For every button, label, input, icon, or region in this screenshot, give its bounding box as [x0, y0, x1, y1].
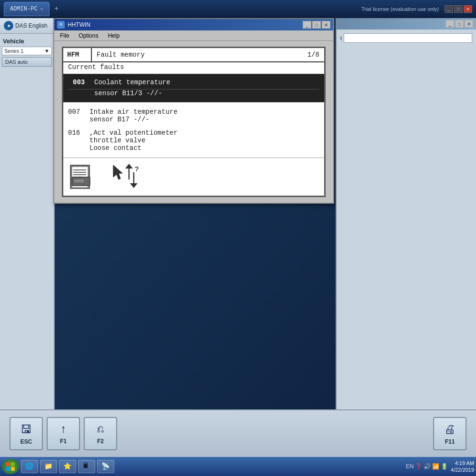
esc-label: ESC [20, 438, 32, 445]
hhtwin-maximize-button[interactable]: □ [312, 21, 321, 29]
fault-row-highlighted[interactable]: 003 Coolant temperature sensor B11/3 -//… [63, 75, 324, 102]
taskbar-time-value: 4:19 AM [451, 460, 474, 466]
das-english-label: DAS English [15, 22, 47, 29]
fault-desc-007-line1: Intake air temperature [89, 108, 178, 116]
taskbar-teamviewer[interactable]: 📡 [97, 460, 114, 473]
right-panel-close[interactable]: ✕ [465, 20, 473, 28]
minimize-button[interactable]: _ [445, 5, 453, 13]
fault-row-016[interactable]: 016 ,Act val potentiometer throttle valv… [63, 127, 324, 158]
windows-logo-icon [6, 462, 15, 471]
close-button[interactable]: ✕ [464, 5, 472, 13]
right-panel-maximize[interactable]: □ [455, 20, 464, 28]
hhtwin-window: H HHTWIN _ □ ✕ File Options Help HFM Fau… [53, 18, 334, 204]
taskbar-explorer[interactable]: 📁 [40, 460, 57, 473]
fault-desc-003-line1: Coolant temperature [94, 79, 170, 86]
fault-code-007: 007 [68, 108, 85, 116]
right-text-input[interactable] [344, 33, 472, 43]
svg-marker-10 [125, 164, 133, 169]
left-sidebar: ★ DAS English Vehicle Series 1 ▼ DAS aut… [0, 18, 55, 409]
hhtwin-title: HHTWIN [68, 21, 300, 28]
language-icon: EN [406, 463, 414, 470]
right-panel-controls: _ □ ✕ [446, 20, 473, 28]
fault-row-003-line1: 003 Coolant temperature [68, 76, 319, 89]
hhtwin-close-button[interactable]: ✕ [322, 21, 330, 29]
printer-icon [68, 163, 101, 189]
hhtwin-titlebar: H HHTWIN _ □ ✕ [54, 19, 333, 30]
hht-icons-area: ? [63, 158, 324, 194]
esc-button[interactable]: 🖫 ESC [10, 417, 43, 450]
fault-code-003: 003 [73, 79, 89, 86]
mb-logo-icon: ★ [4, 21, 13, 30]
svg-marker-12 [130, 183, 138, 188]
add-tab-button[interactable]: + [51, 4, 62, 14]
hht-fault-title: Fault memory [97, 51, 145, 59]
right-input-row: t [340, 33, 472, 43]
tab-close-icon[interactable]: ✕ [40, 6, 43, 12]
fault-row-007[interactable]: 007 Intake air temperature sensor B17 -/… [63, 104, 324, 127]
svg-rect-15 [11, 462, 15, 466]
svg-text:?: ? [135, 165, 139, 173]
f1-button[interactable]: ↑ F1 [47, 417, 80, 450]
svg-rect-16 [6, 467, 10, 471]
windows-taskbar: 🌐 📁 ⭐ 🖩 📡 EN ❓ 🔊 📶 🔋 4:19 AM 4/22/2019 [0, 457, 476, 476]
das-auto-item[interactable]: DAS auto [2, 57, 52, 67]
hht-header-row: HFM Fault memory 1/8 [63, 48, 324, 62]
menu-file[interactable]: File [56, 31, 73, 40]
f11-icon: 🖨 [444, 423, 456, 436]
f2-label: F2 [97, 438, 104, 445]
f11-label: F11 [445, 438, 455, 445]
dropdown-arrow-icon: ▼ [44, 48, 50, 54]
start-button[interactable] [2, 459, 19, 474]
svg-rect-17 [11, 467, 15, 471]
taskbar-calc[interactable]: 🖩 [78, 460, 95, 473]
series-dropdown[interactable]: Series 1 ▼ [2, 47, 52, 55]
right-panel-titlebar: _ □ ✕ [337, 18, 476, 30]
right-content: t [337, 30, 476, 50]
hhtwin-window-controls: _ □ ✕ [303, 21, 330, 29]
maximize-button[interactable]: □ [454, 5, 463, 13]
trial-notice: Trial license (evaluation use only) [361, 6, 439, 12]
fault-desc-016-line2: throttle valve [89, 137, 146, 144]
hhtwin-menubar: File Options Help [54, 30, 333, 41]
hht-subheader: Current faults [63, 62, 324, 75]
hht-current-faults: Current faults [68, 63, 124, 71]
menu-options[interactable]: Options [75, 31, 102, 40]
fault-code-016: 016 [68, 129, 85, 137]
browser-tab[interactable]: ADMIN-PC ✕ [4, 2, 50, 16]
svg-rect-7 [74, 179, 84, 183]
fault-desc-003-line2: sensor B11/3 -//- [94, 89, 162, 97]
signal-icon: 📶 [432, 463, 439, 470]
teamviewer-icon: 📡 [101, 462, 110, 471]
window-controls: _ □ ✕ [445, 5, 472, 13]
right-input-label: t [340, 35, 342, 41]
das-english-tab[interactable]: ★ DAS English [0, 18, 54, 34]
battery-icon: 🔋 [441, 463, 448, 470]
menu-help[interactable]: Help [104, 31, 124, 40]
fault-desc-016-line3: Loose contact [89, 144, 141, 152]
f2-button[interactable]: ⎌ F2 [84, 417, 117, 450]
f1-icon: ↑ [60, 423, 67, 436]
taskbar-ie[interactable]: 🌐 [21, 460, 38, 473]
mercedes-icon: ⭐ [63, 462, 72, 471]
vehicle-label: Vehicle [2, 36, 52, 47]
right-panel-minimize[interactable]: _ [446, 20, 454, 28]
network-icon: ❓ [415, 463, 422, 470]
top-taskbar: ADMIN-PC ✕ + Trial license (evaluation u… [0, 0, 476, 18]
hht-page-counter: 1/8 [307, 51, 319, 59]
fault-desc-007-line2: sensor B17 -//- [89, 116, 149, 123]
right-panel: _ □ ✕ t [336, 18, 476, 409]
main-area: ★ DAS English Vehicle Series 1 ▼ DAS aut… [0, 18, 476, 409]
esc-icon: 🖫 [20, 423, 32, 436]
f1-label: F1 [60, 438, 67, 445]
fault-desc-016-line1: ,Act val potentiometer [89, 129, 178, 137]
explorer-icon: 📁 [44, 462, 53, 471]
tab-label: ADMIN-PC [10, 6, 38, 12]
taskbar-mercedes[interactable]: ⭐ [59, 460, 76, 473]
hhtwin-app-icon: H [57, 21, 65, 29]
ie-icon: 🌐 [25, 462, 34, 471]
f11-button[interactable]: 🖨 F11 [433, 417, 466, 450]
taskbar-date-value: 4/22/2019 [451, 466, 474, 473]
hhtwin-minimize-button[interactable]: _ [303, 21, 311, 29]
taskbar-right: EN ❓ 🔊 📶 🔋 4:19 AM 4/22/2019 [406, 460, 474, 474]
fault-rows-container: 007 Intake air temperature sensor B17 -/… [63, 102, 324, 196]
